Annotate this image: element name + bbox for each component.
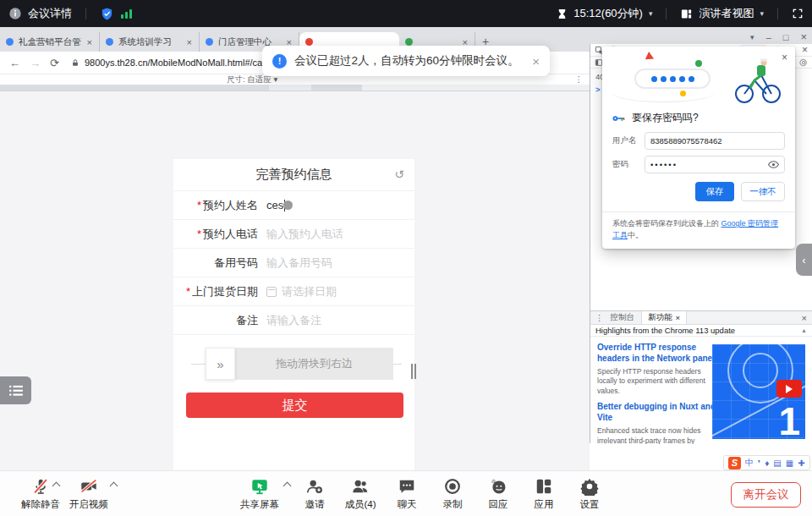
drawer-more-icon[interactable]: ⋮ bbox=[595, 313, 604, 322]
share-screen-icon bbox=[250, 477, 270, 496]
tab-close-icon[interactable]: × bbox=[186, 37, 193, 47]
browser-tab[interactable]: 礼盒营销平台管理中心 × bbox=[0, 32, 100, 52]
phone-input-placeholder: 输入预约人电话 bbox=[266, 227, 343, 242]
console-prompt[interactable]: > bbox=[595, 85, 601, 94]
tab-console[interactable]: 控制台 bbox=[611, 312, 635, 323]
key-icon bbox=[612, 114, 625, 123]
chat-icon bbox=[397, 477, 417, 496]
console-settings-icon[interactable] bbox=[799, 58, 808, 67]
tab-close-icon[interactable]: × bbox=[676, 313, 681, 322]
undo-icon[interactable]: ↺ bbox=[394, 167, 404, 181]
tab-title: 礼盒营销平台管理中心 bbox=[19, 36, 81, 48]
save-password-dialog: × 要保存密码吗? 用户名 8385889075578462 密码 ••••••… bbox=[602, 47, 795, 249]
panel-collapse-handle[interactable]: ‹ bbox=[796, 244, 812, 276]
drawer-close-icon[interactable]: × bbox=[802, 313, 807, 323]
timer-caret-icon[interactable]: ▾ bbox=[649, 9, 653, 18]
tab-search-icon[interactable]: ▾ bbox=[750, 33, 754, 41]
save-password-button[interactable]: 保存 bbox=[695, 182, 734, 201]
note-input-placeholder: 请输入备注 bbox=[266, 313, 321, 328]
devtools-drag-handle[interactable] bbox=[411, 364, 416, 379]
meeting-list-toggle[interactable] bbox=[0, 376, 31, 404]
mic-muted-icon bbox=[31, 477, 50, 496]
chat-button[interactable]: 聊天 bbox=[382, 477, 431, 511]
mouse-cursor-dot bbox=[283, 200, 293, 210]
reaction-button[interactable]: 回应 bbox=[474, 477, 523, 511]
apps-grid-icon bbox=[535, 477, 553, 496]
required-marker: * bbox=[197, 199, 201, 211]
required-marker: * bbox=[186, 285, 190, 298]
divider bbox=[666, 8, 667, 19]
tab-favicon bbox=[206, 38, 213, 46]
captcha-slider: » 拖动滑块到右边 bbox=[206, 348, 393, 380]
password-label: 密码 bbox=[612, 159, 638, 170]
tab-favicon bbox=[305, 38, 313, 46]
window-maximize-button[interactable]: □ bbox=[783, 32, 789, 42]
settings-button[interactable]: 设置 bbox=[565, 477, 614, 511]
window-minimize-button[interactable]: – bbox=[766, 32, 771, 42]
unmute-button[interactable]: 解除静音 bbox=[16, 477, 65, 511]
slider-track: 拖动滑块到右边 bbox=[235, 348, 393, 380]
ime-tool-icon[interactable]: ✚ bbox=[798, 458, 804, 468]
invite-button[interactable]: 邀请 bbox=[290, 477, 339, 511]
submit-button[interactable]: 提交 bbox=[186, 392, 403, 418]
whats-new-link-2[interactable]: Better debugging in Nuxt and Vite bbox=[597, 402, 717, 423]
network-signal-icon[interactable] bbox=[120, 8, 133, 19]
scroll-up-icon[interactable]: ▲ bbox=[801, 327, 807, 333]
ime-skin-icon[interactable]: ▦ bbox=[786, 458, 793, 468]
view-mode-label[interactable]: 演讲者视图 bbox=[699, 6, 754, 21]
video-thumbnail[interactable]: 1 bbox=[712, 344, 805, 439]
apps-button[interactable]: 应用 bbox=[519, 477, 568, 511]
whats-new-link-1[interactable]: Override HTTP response headers in the Ne… bbox=[597, 343, 717, 364]
back-button[interactable]: ← bbox=[9, 57, 20, 69]
never-save-button[interactable]: 一律不 bbox=[741, 182, 785, 201]
members-icon bbox=[350, 477, 370, 496]
dialog-title: 要保存密码吗? bbox=[632, 111, 699, 125]
window-close-button[interactable]: × bbox=[800, 30, 807, 43]
tab-close-icon[interactable]: × bbox=[86, 37, 93, 47]
security-shield-icon[interactable] bbox=[100, 7, 114, 21]
reload-button[interactable]: ⟳ bbox=[50, 57, 59, 69]
slider-handle[interactable]: » bbox=[206, 348, 235, 380]
field-row-name[interactable]: *预约人姓名 ces bbox=[173, 191, 414, 220]
share-screen-button[interactable]: 共享屏幕 bbox=[235, 477, 284, 511]
toast-close-icon[interactable]: × bbox=[532, 54, 540, 69]
password-field[interactable]: •••••• bbox=[645, 156, 785, 173]
devtools-close-icon[interactable]: × bbox=[802, 44, 808, 56]
field-row-backup[interactable]: 备用号码 输入备用号码 bbox=[173, 249, 414, 277]
tab-whats-new[interactable]: 新功能 × bbox=[641, 311, 687, 324]
meeting-bottom-toolbar: 解除静音 开启视频 共享屏幕 邀请 bbox=[0, 470, 812, 516]
start-video-button[interactable]: 开启视频 bbox=[64, 477, 113, 511]
field-row-phone[interactable]: *预约人电话 输入预约人电话 bbox=[173, 220, 414, 249]
forward-button[interactable]: → bbox=[30, 57, 41, 69]
record-button[interactable]: 录制 bbox=[428, 477, 477, 511]
fullscreen-icon[interactable] bbox=[792, 8, 804, 19]
ime-mode-toggle[interactable]: 中 bbox=[745, 457, 754, 469]
ime-toolbar[interactable]: S 中 ❜ ♦ ▤ ▦ ✚ bbox=[723, 455, 810, 470]
meeting-topbar: 会议详情 15:12(60分钟) ▾ 演讲者视图 ▾ bbox=[0, 0, 812, 27]
view-caret-icon[interactable]: ▾ bbox=[760, 9, 764, 18]
ime-keyboard-icon[interactable]: ▤ bbox=[773, 458, 781, 468]
whats-new-subtitle: Highlights from the Chrome 113 update bbox=[595, 326, 735, 335]
username-label: 用户名 bbox=[612, 135, 638, 146]
chevron-left-icon: ‹ bbox=[802, 254, 805, 266]
backup-input-placeholder: 输入备用号码 bbox=[266, 255, 332, 271]
meeting-toast: ! 会议已超过2人，自动转为60分钟限时会议。 × bbox=[262, 46, 550, 76]
show-password-eye-icon[interactable] bbox=[768, 161, 779, 168]
play-button-icon[interactable] bbox=[776, 380, 802, 398]
browser-tab[interactable]: 系统培训学习 × bbox=[100, 32, 200, 52]
ime-logo[interactable]: S bbox=[728, 457, 741, 469]
page-viewport: 完善预约信息 ↺ *预约人姓名 ces *预约人电话 输入预约人电话 备用号码 … bbox=[0, 91, 590, 470]
username-field[interactable]: 8385889075578462 bbox=[645, 132, 785, 150]
form-title: 完善预约信息 bbox=[256, 167, 332, 183]
meeting-detail-label[interactable]: 会议详情 bbox=[28, 6, 72, 21]
field-row-note[interactable]: 备注 请输入备注 bbox=[173, 306, 414, 335]
device-toolbar-more-icon[interactable]: ⋮ bbox=[575, 74, 584, 84]
field-row-date[interactable]: *上门提货日期 请选择日期 bbox=[173, 277, 414, 306]
ime-mic-icon[interactable]: ♦ bbox=[765, 458, 769, 468]
ime-punct-icon[interactable]: ❜ bbox=[758, 458, 760, 468]
calendar-icon bbox=[266, 287, 277, 297]
members-button[interactable]: 成员(4) bbox=[336, 477, 385, 511]
leave-meeting-button[interactable]: 离开会议 bbox=[731, 482, 801, 508]
camera-off-icon bbox=[79, 477, 99, 496]
password-illustration bbox=[612, 55, 785, 107]
